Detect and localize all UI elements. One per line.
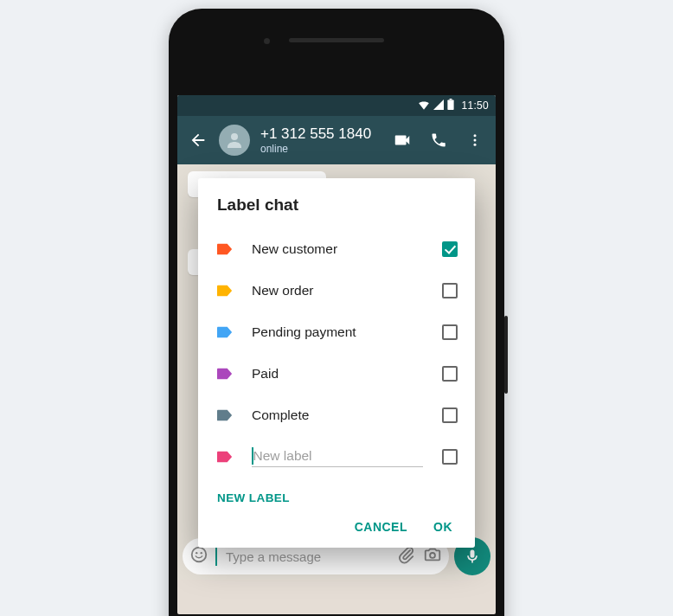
new-label-checkbox[interactable] xyxy=(442,449,458,465)
tag-icon xyxy=(217,243,233,255)
label-checkbox[interactable] xyxy=(442,366,458,382)
label-name: Pending payment xyxy=(252,324,423,340)
tag-icon xyxy=(217,326,233,338)
dialog-title: Label chat xyxy=(217,196,461,215)
label-name: Complete xyxy=(252,407,423,423)
new-label-button[interactable]: NEW LABEL xyxy=(217,491,461,504)
cancel-button[interactable]: CANCEL xyxy=(355,520,407,534)
label-checkbox[interactable] xyxy=(442,324,458,340)
label-row[interactable]: Paid xyxy=(217,353,461,395)
label-checkbox[interactable] xyxy=(442,241,458,257)
label-name: New order xyxy=(252,283,423,298)
new-label-input[interactable] xyxy=(253,448,424,464)
label-row[interactable]: New customer xyxy=(217,228,461,270)
label-row[interactable]: New order xyxy=(217,270,461,311)
label-name: New customer xyxy=(252,241,423,257)
new-label-row xyxy=(217,436,461,478)
label-row[interactable]: Pending payment xyxy=(217,311,461,353)
ok-button[interactable]: OK xyxy=(433,520,452,534)
label-chat-dialog: Label chat New customerNew orderPending … xyxy=(198,178,475,548)
label-checkbox[interactable] xyxy=(442,407,458,423)
tag-icon xyxy=(217,451,233,463)
side-button xyxy=(504,316,508,394)
dialog-actions: CANCEL OK xyxy=(217,520,461,539)
screen: 11:50 +1 312 555 1840 online xyxy=(177,95,496,614)
tag-icon xyxy=(217,285,233,297)
new-label-input-wrap[interactable] xyxy=(252,447,423,467)
label-name: Paid xyxy=(252,366,423,382)
phone-frame: 11:50 +1 312 555 1840 online xyxy=(169,9,504,616)
tag-icon xyxy=(217,368,233,380)
label-row[interactable]: Complete xyxy=(217,395,461,436)
label-checkbox[interactable] xyxy=(442,283,458,298)
tag-icon xyxy=(217,409,233,421)
dialog-backdrop: Label chat New customerNew orderPending … xyxy=(177,95,496,614)
